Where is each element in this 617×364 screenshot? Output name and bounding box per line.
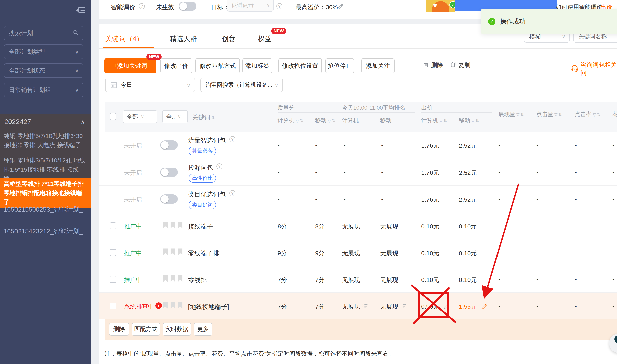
smart-pricing-toggle[interactable] [179,2,196,11]
wordpack-name[interactable]: 捡漏词包 [188,163,213,172]
status-filter-select[interactable]: 全部∨ [123,110,157,123]
chevron-down-icon: ∨ [266,2,270,8]
cell-rank-pc: - [344,142,346,148]
chevron-down-icon: ∨ [75,49,79,55]
table-row: 推广中 零线排 7分 7分 无展现 无展现 0.10元 0.10元 - - - … [99,266,617,292]
sidebar-plan-item[interactable]: 1650215500253_智能计划_ [0,205,90,214]
rank-list-icon[interactable]: 321 [400,303,406,310]
help-icon[interactable]: ? [229,190,235,196]
footer-realtime-button[interactable]: 实时数据 [163,323,191,336]
help-icon[interactable]: ? [139,3,145,9]
add-watch-button[interactable]: 添加关注 [361,58,395,73]
flag-icons[interactable] [163,302,183,309]
plan-group-select[interactable]: 日常销售计划组 ∨ [4,83,83,97]
cell-bid-mobile-new: 1.55元 [459,303,476,311]
edit-match-button[interactable]: 修改匹配方式 [195,58,240,73]
plan-search-input[interactable]: 搜索计划 [4,26,83,40]
cell-bid-pc: 1.76元 [421,142,439,150]
date-range-select[interactable]: 今日 ∨ [105,78,195,92]
success-toast: ✓ 操作成功 [481,9,617,34]
edit-grab-button[interactable]: 修改抢位设置 [278,58,322,73]
chevron-up-icon[interactable]: ∧ [81,118,85,125]
wordpack-name[interactable]: 类目优选词包 [188,190,226,199]
group-bid: 出价 [421,104,433,112]
copy-link[interactable]: 复制 [450,61,470,69]
edit-pencil-icon[interactable] [481,303,488,311]
wordpack-badge: 高性价比 [189,174,216,182]
help-icon[interactable]: ? [217,163,222,169]
footer-match-button[interactable]: 匹配方式 [132,323,160,336]
plan-status-select[interactable]: 全部计划状态 ∨ [4,63,83,78]
success-check-icon: ✓ [488,18,496,25]
sidebar-plan-item-active[interactable]: 高桥型零线排 7*11零线端子排零地排铜排配电箱接地接线端子 [0,178,90,208]
cell-impressions: - [498,142,500,148]
help-icon[interactable]: ? [229,136,235,142]
plan-search-placeholder: 搜索计划 [9,29,33,38]
goal-value: 促进点击 [231,1,254,9]
goal-select[interactable]: 促进点击 ∨ [227,0,274,12]
col-ctr[interactable]: 点击率▽⇅ [575,110,601,118]
search-icon [73,30,79,37]
footer-more-button[interactable]: 更多 [193,323,212,336]
row-status: 推广中 [124,249,142,257]
row-status: 推广中 [124,222,142,231]
plan-type-select[interactable]: 全部计划类型 ∨ [4,44,83,59]
add-keyword-button[interactable]: +添加关键词 [104,58,156,73]
col-keyword[interactable]: 关键词⇅ [192,113,215,121]
tab-rights[interactable]: 权益 [258,34,271,43]
delete-link[interactable]: 删除 [423,61,443,69]
match-filter-select[interactable]: 全..∨ [162,110,188,123]
row-status: 推广中 [124,276,142,284]
cell-bid-mobile: 2.52元 [459,142,476,150]
page: 搜索计划 全部计划类型 ∨ 全部计划状态 ∨ 日常销售计划组 ∨ 2022427… [0,0,617,364]
sidebar: 搜索计划 全部计划类型 ∨ 全部计划状态 ∨ 日常销售计划组 ∨ 2022427… [0,0,90,364]
helper-icon [614,335,617,343]
rank-list-icon[interactable]: 321 [362,303,368,310]
keyword-name[interactable]: [地线接地端子] [188,303,229,311]
col-quality-pc[interactable]: 计算机▽⇅ [278,117,303,124]
col-quality-mobile[interactable]: 移动▽⇅ [315,117,335,124]
col-bid-mobile[interactable]: 移动▽⇅ [459,117,479,124]
tab-audience[interactable]: 精选人群 [170,34,197,43]
table-header: 全部∨ 全..∨ 关键词⇅ 质量分 计算机▽⇅ 移动▽⇅ 今天10:00-11:… [105,102,617,132]
sidebar-plan-item[interactable]: 纯铜 零地排5/7/10孔地排3*30接地排 零排 大电流 接线端子 [0,131,90,150]
channel-select[interactable]: 淘宝网搜索（计算机设备... ∨ [200,78,283,92]
row-checkbox[interactable] [110,222,116,229]
tab-keywords[interactable]: 关键词（4） [105,34,143,43]
chevron-down-icon: ∨ [75,87,79,93]
group-quality: 质量分 [278,104,295,112]
tab-creative[interactable]: 创意 [222,34,235,43]
stop-grab-button[interactable]: 抢位停止 [325,58,354,73]
flag-icons[interactable] [163,275,183,282]
footer-delete-button[interactable]: 删除 [109,323,129,336]
row-checkbox[interactable] [110,303,116,310]
select-all-checkbox[interactable] [110,113,116,120]
edit-pencil-icon[interactable] [337,3,344,11]
col-bid-pc[interactable]: 计算机▽⇅ [421,117,447,124]
plan-group-label: 日常销售计划组 [9,86,51,94]
cell-rank-mobile: - [381,142,383,148]
edit-pencil-icon[interactable] [443,303,450,310]
info-icon[interactable]: i [155,302,162,309]
help-icon[interactable]: ? [276,3,283,9]
row-checkbox[interactable] [110,276,116,283]
wordpack-toggle[interactable] [160,141,178,150]
col-clicks[interactable]: 点击量▽⇅ [536,110,562,118]
add-tag-button[interactable]: 添加标签 [243,58,272,73]
campaign-group-title[interactable]: 2022427 [4,118,31,126]
flag-icons[interactable] [163,221,183,229]
col-spend[interactable]: 花 [612,110,617,118]
wordpack-toggle[interactable] [160,168,178,177]
col-impressions[interactable]: 展现量▽⇅ [498,110,524,118]
keyword-name[interactable]: 接线端子 [188,222,213,231]
keyword-name[interactable]: 零线排 [188,276,207,284]
wordpack-name[interactable]: 流量智选词包 [188,136,226,145]
flag-icons[interactable] [163,248,183,255]
edit-bid-button[interactable]: 修改出价 [160,58,192,73]
consult-wordpack-link[interactable]: e 咨询词包相关问 [571,61,617,77]
row-checkbox[interactable] [110,249,116,256]
wordpack-toggle[interactable] [160,194,178,204]
keyword-name[interactable]: 零线端子排 [188,249,219,258]
sidebar-collapse-icon[interactable] [76,6,85,14]
sidebar-plan-item[interactable]: 1650215423212_智能计划_ [0,227,90,236]
